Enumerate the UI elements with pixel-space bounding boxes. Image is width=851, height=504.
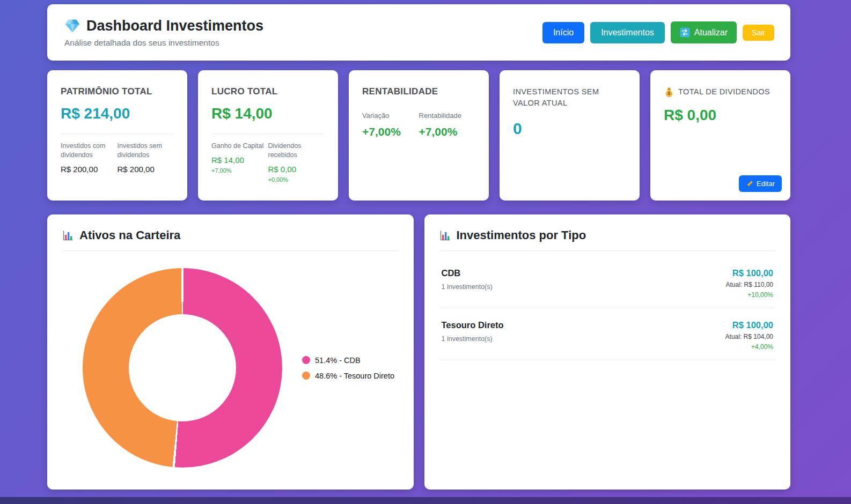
stat-card-rentabilidade: RENTABILIDADE Variação +7,00% Rentabilid… bbox=[349, 70, 489, 201]
chart-legend: 51.4% - CDB 48.6% - Tesouro Direto bbox=[302, 356, 394, 380]
dividendos-value: R$ 0,00 bbox=[664, 107, 777, 124]
money-bag-icon: $ bbox=[664, 87, 674, 98]
col-value: +7,00% bbox=[362, 125, 415, 138]
type-count: 1 investimento(s) bbox=[442, 283, 493, 291]
col-label: Investidos com dividendos bbox=[61, 142, 113, 160]
dividendos-title-row: $ TOTAL DE DIVIDENDOS bbox=[664, 86, 777, 98]
diamond-icon bbox=[64, 19, 80, 33]
sem-valor-title: INVESTIMENTOS SEM VALOR ATUAL bbox=[513, 86, 626, 109]
editar-dividendos-button[interactable]: Editar bbox=[739, 175, 782, 192]
portfolio-card-title: Ativos na Carteira bbox=[79, 228, 180, 242]
atualizar-button[interactable]: Atualizar bbox=[671, 21, 737, 43]
col-label: Ganho de Capital bbox=[211, 142, 264, 151]
patrimonio-value: R$ 214,00 bbox=[61, 105, 174, 122]
type-row-right: R$ 100,00 Atual: R$ 104,00 +4,00% bbox=[725, 320, 773, 351]
inicio-button[interactable]: Início bbox=[542, 22, 584, 43]
rentabilidade-breakdown: Variação +7,00% Rentabilidade +7,00% bbox=[362, 111, 475, 138]
type-count: 1 investimento(s) bbox=[442, 335, 504, 343]
dividendos-title: TOTAL DE DIVIDENDOS bbox=[678, 86, 770, 98]
type-row-left: CDB 1 investimento(s) bbox=[442, 268, 493, 291]
rentabilidade-title: RENTABILIDADE bbox=[362, 86, 475, 97]
legend-item-cdb[interactable]: 51.4% - CDB bbox=[302, 356, 394, 365]
svg-text:$: $ bbox=[667, 91, 670, 96]
pencil-icon bbox=[746, 180, 753, 188]
patrimonio-title: PATRIMÔNIO TOTAL bbox=[61, 86, 174, 97]
type-row-left: Tesouro Direto 1 investimento(s) bbox=[442, 320, 504, 343]
rentabilidade-col-variacao: Variação +7,00% bbox=[362, 111, 419, 138]
col-value: R$ 14,00 bbox=[211, 155, 264, 165]
col-percent: +0,00% bbox=[268, 176, 321, 183]
currency-exchange-icon bbox=[680, 27, 690, 38]
editar-button-label: Editar bbox=[757, 180, 775, 188]
lucro-title: LUCRO TOTAL bbox=[211, 86, 325, 97]
type-name: CDB bbox=[442, 268, 493, 278]
divider bbox=[61, 134, 174, 134]
charts-row: Ativos na Carteira 51.4% - CDB 48.6% - T… bbox=[47, 214, 790, 490]
page-title-text: Dashboard Investimentos bbox=[86, 18, 263, 34]
stats-row: PATRIMÔNIO TOTAL R$ 214,00 Investidos co… bbox=[47, 70, 790, 201]
investment-type-list: CDB 1 investimento(s) R$ 100,00 Atual: R… bbox=[439, 256, 776, 360]
col-value: +7,00% bbox=[419, 125, 472, 138]
legend-swatch bbox=[302, 372, 310, 380]
stat-card-dividendos: $ TOTAL DE DIVIDENDOS R$ 0,00 Editar bbox=[650, 70, 790, 201]
legend-swatch bbox=[302, 356, 310, 364]
bar-chart-icon bbox=[439, 230, 451, 241]
patrimonio-col-com-dividendos: Investidos com dividendos R$ 200,00 bbox=[61, 142, 118, 174]
divider bbox=[211, 134, 325, 134]
type-current-value: Atual: R$ 104,00 bbox=[725, 333, 773, 340]
stat-card-lucro: LUCRO TOTAL R$ 14,00 Ganho de Capital R$… bbox=[198, 70, 338, 201]
type-current-value: Atual: R$ 110,00 bbox=[725, 281, 773, 288]
investimentos-button[interactable]: Investimentos bbox=[590, 22, 665, 43]
lucro-col-ganho-capital: Ganho de Capital R$ 14,00 +7,00% bbox=[211, 142, 268, 183]
lucro-value: R$ 14,00 bbox=[211, 105, 325, 122]
type-row-cdb: CDB 1 investimento(s) R$ 100,00 Atual: R… bbox=[439, 256, 776, 308]
by-type-card: Investimentos por Tipo CDB 1 investiment… bbox=[424, 214, 791, 490]
col-value: R$ 200,00 bbox=[61, 165, 113, 174]
type-row-right: R$ 100,00 Atual: R$ 110,00 +10,00% bbox=[725, 268, 773, 299]
dashboard-content: Dashboard Investimentos Análise detalhad… bbox=[47, 4, 790, 490]
header-card: Dashboard Investimentos Análise detalhad… bbox=[47, 4, 790, 61]
type-value: R$ 100,00 bbox=[725, 268, 773, 278]
by-type-card-title: Investimentos por Tipo bbox=[457, 228, 586, 242]
patrimonio-col-sem-dividendos: Investidos sem dividendos R$ 200,00 bbox=[118, 142, 174, 174]
sair-button[interactable]: Sair bbox=[743, 25, 774, 41]
page-title: Dashboard Investimentos bbox=[64, 18, 263, 34]
col-label: Variação bbox=[362, 111, 415, 121]
sem-valor-value: 0 bbox=[513, 120, 626, 138]
col-label: Dividendos recebidos bbox=[268, 142, 321, 160]
col-value: R$ 200,00 bbox=[118, 165, 170, 174]
type-row-tesouro-direto: Tesouro Direto 1 investimento(s) R$ 100,… bbox=[439, 308, 776, 360]
type-name: Tesouro Direto bbox=[442, 320, 504, 330]
patrimonio-breakdown: Investidos com dividendos R$ 200,00 Inve… bbox=[61, 142, 174, 174]
col-label: Rentabilidade bbox=[419, 111, 472, 121]
by-type-card-title-row: Investimentos por Tipo bbox=[439, 228, 776, 251]
header-nav: Início Investimentos Atualizar Sair bbox=[542, 21, 774, 43]
page-bottom-strip bbox=[0, 497, 851, 504]
atualizar-button-label: Atualizar bbox=[694, 28, 728, 38]
bar-chart-icon bbox=[62, 230, 74, 241]
donut-chart[interactable] bbox=[83, 268, 282, 468]
portfolio-chart-area: 51.4% - CDB 48.6% - Tesouro Direto bbox=[62, 268, 399, 468]
legend-label: 48.6% - Tesouro Direto bbox=[315, 372, 394, 380]
col-value: R$ 0,00 bbox=[268, 165, 321, 174]
legend-item-tesouro-direto[interactable]: 48.6% - Tesouro Direto bbox=[302, 372, 394, 380]
header-title-block: Dashboard Investimentos Análise detalhad… bbox=[64, 18, 263, 48]
legend-label: 51.4% - CDB bbox=[315, 356, 361, 365]
col-label: Investidos sem dividendos bbox=[118, 142, 170, 160]
portfolio-card-title-row: Ativos na Carteira bbox=[62, 228, 399, 251]
donut-hole bbox=[129, 314, 237, 422]
stat-card-sem-valor-atual: INVESTIMENTOS SEM VALOR ATUAL 0 bbox=[500, 70, 640, 201]
type-percent: +10,00% bbox=[725, 291, 773, 299]
page-subtitle: Análise detalhada dos seus investimentos bbox=[64, 38, 263, 48]
type-value: R$ 100,00 bbox=[725, 320, 773, 330]
col-percent: +7,00% bbox=[211, 167, 264, 174]
lucro-breakdown: Ganho de Capital R$ 14,00 +7,00% Dividen… bbox=[211, 142, 325, 183]
lucro-col-dividendos: Dividendos recebidos R$ 0,00 +0,00% bbox=[268, 142, 325, 183]
portfolio-card: Ativos na Carteira 51.4% - CDB 48.6% - T… bbox=[47, 214, 414, 490]
rentabilidade-col-rentabilidade: Rentabilidade +7,00% bbox=[419, 111, 476, 138]
type-percent: +4,00% bbox=[725, 343, 773, 351]
stat-card-patrimonio: PATRIMÔNIO TOTAL R$ 214,00 Investidos co… bbox=[47, 70, 187, 201]
